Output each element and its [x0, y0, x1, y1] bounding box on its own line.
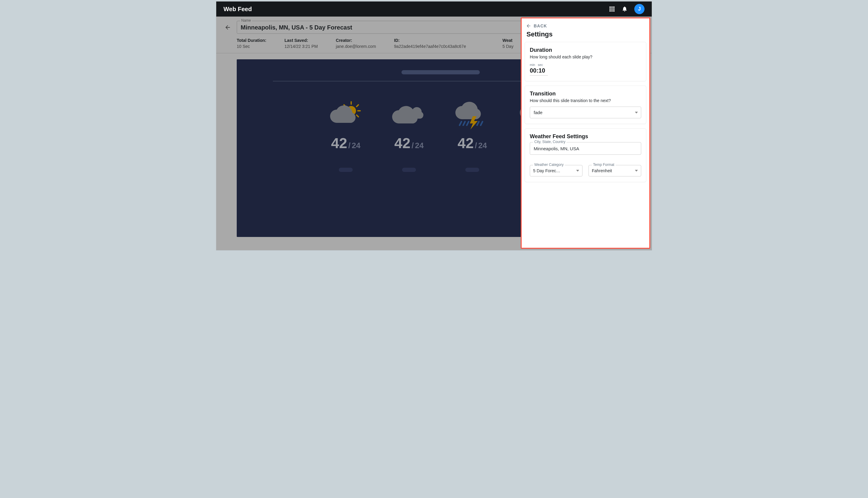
- day-label-placeholder: [402, 168, 416, 172]
- chevron-down-icon: [576, 170, 579, 172]
- temp-format-value: Fahrenheit: [592, 168, 631, 173]
- city-field[interactable]: City, State, Country: [530, 142, 641, 155]
- forecast-day: 42/24: [386, 99, 431, 172]
- partly-sunny-icon: [328, 99, 364, 130]
- svg-rect-8: [613, 10, 614, 11]
- temp-high: 42: [457, 135, 474, 151]
- user-avatar[interactable]: J: [634, 4, 645, 14]
- city-input[interactable]: [534, 146, 637, 151]
- svg-line-19: [481, 122, 482, 125]
- duration-card: Duration How long should each slide play…: [524, 42, 646, 81]
- panel-back-label: BACK: [534, 24, 547, 28]
- svg-line-13: [357, 115, 359, 117]
- svg-rect-2: [613, 6, 614, 8]
- arrow-left-icon: [526, 23, 531, 29]
- apps-grid-icon[interactable]: [609, 6, 615, 12]
- transition-title: Transition: [530, 91, 641, 97]
- day-label-placeholder: [465, 168, 479, 172]
- svg-rect-1: [611, 6, 613, 8]
- settings-panel: BACK Settings Duration How long should e…: [521, 17, 650, 249]
- temp-format-select[interactable]: Temp Format Fahrenheit: [588, 165, 641, 176]
- chevron-down-icon: [635, 112, 638, 114]
- svg-rect-3: [610, 9, 611, 10]
- svg-rect-6: [610, 10, 611, 11]
- day-label-placeholder: [339, 168, 353, 172]
- duration-desc: How long should each slide play?: [530, 54, 641, 59]
- meta-creator: Creator: jane.doe@lorem.com: [336, 38, 376, 49]
- svg-line-15: [459, 122, 462, 125]
- topbar: Web Feed J: [216, 1, 652, 16]
- weather-settings-card: Weather Feed Settings City, State, Count…: [524, 128, 646, 182]
- temp-format-label: Temp Format: [592, 162, 616, 167]
- weather-category-select[interactable]: Weather Category 5 Day Forec…: [530, 165, 582, 176]
- meta-id: ID: 9a22ade419ef4e7aaf4e7c0c43a8c67e: [394, 38, 484, 49]
- temp-high: 42: [331, 135, 347, 151]
- weather-category-label: Weather Category: [533, 162, 565, 167]
- meta-weather-category-partial: Weat 5 Day: [502, 38, 514, 49]
- duration-value-input[interactable]: 00:10: [530, 67, 548, 76]
- min-label: min: [530, 63, 535, 67]
- meta-total-duration: Total Duration: 10 Sec: [237, 38, 267, 49]
- svg-line-17: [467, 122, 469, 125]
- chevron-down-icon: [635, 170, 638, 172]
- forecast-day: 42/24: [323, 99, 368, 172]
- temp-low: 24: [415, 141, 424, 150]
- meta-last-saved: Last Saved: 12/14/22 3:21 PM: [285, 38, 318, 49]
- svg-line-16: [463, 122, 465, 125]
- temp-low: 24: [478, 141, 487, 150]
- notifications-icon[interactable]: [622, 6, 628, 12]
- svg-rect-0: [610, 6, 611, 8]
- forecast-day: 42/24: [450, 99, 495, 172]
- transition-card: Transition How should this slide transit…: [524, 86, 646, 124]
- cloudy-icon: [391, 99, 427, 130]
- svg-rect-7: [611, 10, 613, 11]
- back-arrow-icon[interactable]: [223, 23, 232, 31]
- preview-title-placeholder: [401, 70, 480, 74]
- temp-high: 42: [394, 135, 410, 151]
- weather-settings-title: Weather Feed Settings: [530, 133, 641, 140]
- temp-low: 24: [352, 141, 361, 150]
- transition-select[interactable]: fade: [530, 107, 641, 118]
- svg-rect-5: [613, 9, 614, 10]
- panel-title: Settings: [527, 30, 646, 38]
- name-label: Name: [240, 18, 252, 23]
- thunderstorm-icon: [454, 99, 490, 130]
- transition-desc: How should this slide transition to the …: [530, 98, 641, 103]
- app-title: Web Feed: [223, 6, 252, 13]
- panel-back-button[interactable]: BACK: [526, 23, 646, 29]
- weather-category-value: 5 Day Forec…: [533, 168, 572, 173]
- svg-rect-4: [611, 9, 613, 10]
- sec-label: sec: [538, 63, 543, 67]
- svg-line-18: [477, 122, 479, 125]
- svg-line-11: [357, 105, 359, 107]
- duration-title: Duration: [530, 47, 641, 53]
- transition-select-value: fade: [534, 110, 542, 115]
- city-label: City, State, Country: [533, 140, 567, 144]
